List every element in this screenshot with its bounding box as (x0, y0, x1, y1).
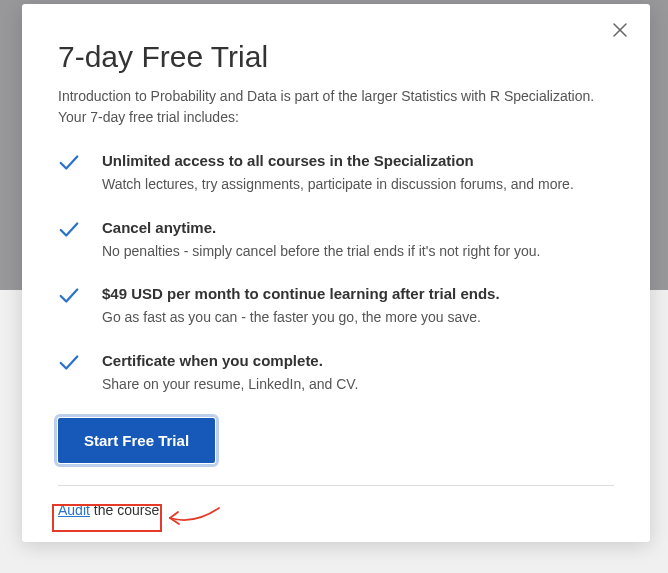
free-trial-modal: 7-day Free Trial Introduction to Probabi… (22, 4, 650, 542)
feature-title: Unlimited access to all courses in the S… (102, 152, 614, 169)
audit-link[interactable]: Audit (58, 502, 90, 518)
feature-desc: Go as fast as you can - the faster you g… (102, 308, 614, 328)
audit-line: Audit the course (58, 502, 614, 518)
start-free-trial-button[interactable]: Start Free Trial (58, 418, 215, 463)
modal-title: 7-day Free Trial (58, 40, 614, 74)
feature-item: Cancel anytime. No penalties - simply ca… (58, 219, 614, 262)
modal-subtitle: Introduction to Probability and Data is … (58, 86, 614, 128)
divider (58, 485, 614, 486)
check-icon (58, 152, 80, 174)
feature-list: Unlimited access to all courses in the S… (58, 152, 614, 394)
feature-title: $49 USD per month to continue learning a… (102, 285, 614, 302)
close-icon (611, 21, 629, 43)
feature-item: Certificate when you complete. Share on … (58, 352, 614, 395)
check-icon (58, 285, 80, 307)
feature-title: Cancel anytime. (102, 219, 614, 236)
feature-desc: Watch lectures, try assignments, partici… (102, 175, 614, 195)
feature-item: Unlimited access to all courses in the S… (58, 152, 614, 195)
audit-text-rest: the course (90, 502, 159, 518)
close-button[interactable] (608, 20, 632, 44)
feature-desc: Share on your resume, LinkedIn, and CV. (102, 375, 614, 395)
feature-title: Certificate when you complete. (102, 352, 614, 369)
feature-item: $49 USD per month to continue learning a… (58, 285, 614, 328)
check-icon (58, 219, 80, 241)
feature-desc: No penalties - simply cancel before the … (102, 242, 614, 262)
check-icon (58, 352, 80, 374)
